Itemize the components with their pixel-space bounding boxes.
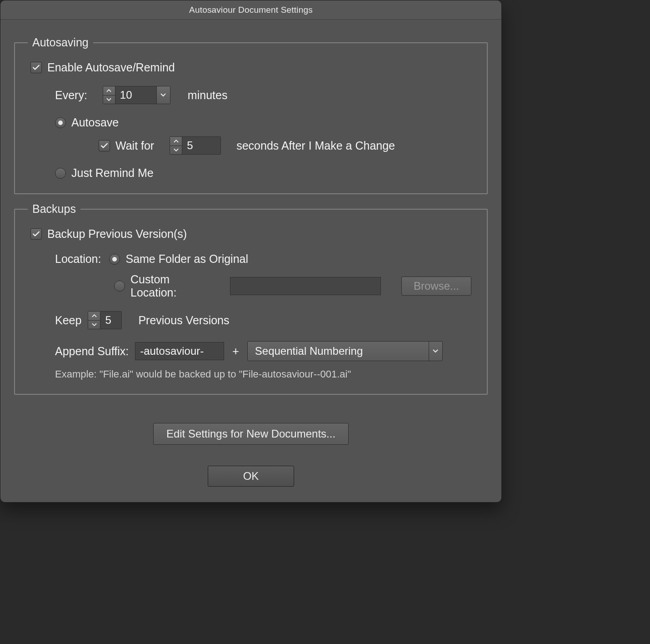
chevron-down-icon <box>433 349 438 353</box>
every-stepper-arrows[interactable] <box>103 86 115 104</box>
chevron-down-icon <box>160 93 166 97</box>
keep-stepper[interactable]: 5 <box>88 311 122 329</box>
plus-label: + <box>230 345 241 358</box>
check-icon <box>32 63 40 72</box>
settings-window: Autosaviour Document Settings Autosaving… <box>0 0 502 503</box>
every-label: Every: <box>55 89 87 102</box>
example-text: Example: "File.ai" would be backed up to… <box>55 368 351 380</box>
custom-location-radio[interactable] <box>114 281 125 292</box>
wait-stepper[interactable]: 5 <box>170 136 221 155</box>
backups-legend: Backups <box>28 202 80 216</box>
browse-button[interactable]: Browse... <box>401 277 471 296</box>
custom-location-field[interactable] <box>230 277 381 295</box>
enable-autosave-checkbox[interactable] <box>30 62 42 73</box>
wait-checkbox[interactable] <box>99 140 110 151</box>
mode-remind-radio[interactable] <box>55 168 66 179</box>
chevron-down-icon[interactable] <box>88 320 100 329</box>
location-label: Location: <box>55 252 101 266</box>
check-icon <box>100 141 109 150</box>
autosaving-group: Autosaving Enable Autosave/Remind Every:… <box>14 36 488 194</box>
mode-autosave-label: Autosave <box>71 116 119 129</box>
every-stepper[interactable]: 10 <box>103 86 170 104</box>
enable-backup-checkbox[interactable] <box>30 228 42 240</box>
keep-label: Keep <box>55 314 81 327</box>
chevron-up-icon[interactable] <box>170 137 182 146</box>
radio-dot-icon <box>58 121 63 125</box>
custom-location-label: Custom Location: <box>130 273 210 299</box>
edit-defaults-button[interactable]: Edit Settings for New Documents... <box>153 423 349 445</box>
suffix-mode-value: Sequential Numbering <box>248 345 370 357</box>
enable-autosave-label: Enable Autosave/Remind <box>47 61 175 74</box>
every-value[interactable]: 10 <box>115 86 156 104</box>
autosaving-legend: Autosaving <box>28 36 93 49</box>
window-body: Autosaving Enable Autosave/Remind Every:… <box>0 20 501 502</box>
chevron-up-icon[interactable] <box>88 312 100 320</box>
keep-unit-label: Previous Versions <box>138 314 229 327</box>
suffix-label: Append Suffix: <box>55 345 129 358</box>
wait-value[interactable]: 5 <box>182 137 220 154</box>
mode-autosave-radio[interactable] <box>55 117 66 128</box>
select-dropdown-button[interactable] <box>429 342 442 361</box>
backups-group: Backups Backup Previous Version(s) Locat… <box>14 202 488 395</box>
every-dropdown-button[interactable] <box>156 86 170 104</box>
enable-backup-label: Backup Previous Version(s) <box>47 227 187 241</box>
wait-unit-label: seconds After I Make a Change <box>236 139 395 152</box>
chevron-up-icon[interactable] <box>103 86 115 95</box>
same-folder-radio[interactable] <box>109 254 120 265</box>
wait-stepper-arrows[interactable] <box>170 137 182 154</box>
keep-value[interactable]: 5 <box>100 312 121 329</box>
same-folder-label: Same Folder as Original <box>125 252 248 266</box>
radio-dot-icon <box>112 257 117 262</box>
suffix-field[interactable]: -autosaviour- <box>135 342 224 360</box>
keep-stepper-arrows[interactable] <box>88 312 100 329</box>
every-unit-label: minutes <box>188 89 228 102</box>
ok-button[interactable]: OK <box>208 466 294 487</box>
check-icon <box>32 230 40 238</box>
chevron-down-icon[interactable] <box>170 146 182 155</box>
chevron-down-icon[interactable] <box>103 95 115 104</box>
window-title: Autosaviour Document Settings <box>0 0 501 20</box>
wait-label: Wait for <box>115 139 154 152</box>
suffix-mode-select[interactable]: Sequential Numbering <box>247 341 443 361</box>
mode-remind-label: Just Remind Me <box>71 166 154 180</box>
